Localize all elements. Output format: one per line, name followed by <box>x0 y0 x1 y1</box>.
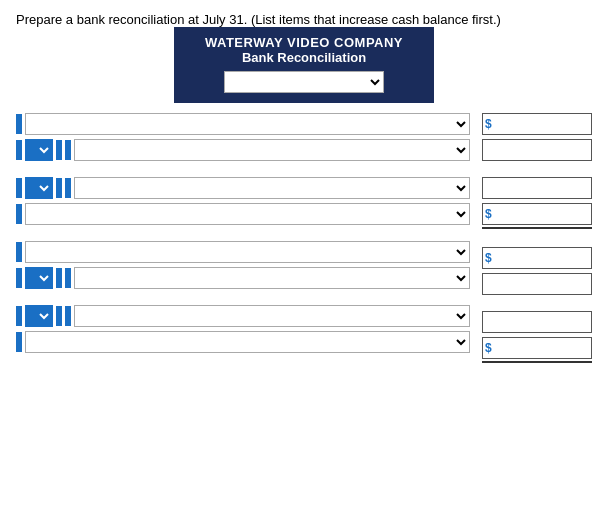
spacer-3 <box>16 293 470 301</box>
row-1 <box>16 113 470 135</box>
divider-1 <box>482 227 592 229</box>
indicator-7c <box>65 306 71 326</box>
amount-wrapper-5: $ <box>482 247 592 269</box>
row-8 <box>16 331 470 353</box>
row-7 <box>16 305 470 327</box>
indicator-8 <box>16 332 22 352</box>
dropdown-8[interactable] <box>25 331 470 353</box>
instruction-main: Prepare a bank reconciliation at July 31… <box>16 12 247 27</box>
indicator-3b <box>56 178 62 198</box>
amount-input-7[interactable] <box>482 311 592 333</box>
amount-input-6[interactable] <box>482 273 592 295</box>
spacer-2 <box>16 229 470 237</box>
indicator-2c <box>65 140 71 160</box>
divider-2 <box>482 361 592 363</box>
dropdown-1[interactable] <box>25 113 470 135</box>
left-column <box>16 113 470 365</box>
dropdown-3-sm[interactable] <box>25 177 53 199</box>
header-dropdown[interactable] <box>224 71 384 93</box>
indicator-6c <box>65 268 71 288</box>
amount-wrapper-2 <box>482 139 592 161</box>
amount-dollar-wrapper-4: $ <box>482 203 592 225</box>
row-3 <box>16 177 470 199</box>
amount-wrapper-4: $ <box>482 203 592 231</box>
indicator-5 <box>16 242 22 262</box>
dropdown-5[interactable] <box>25 241 470 263</box>
dropdown-2-main[interactable] <box>74 139 470 161</box>
instruction-highlight: (List items that increase cash balance f… <box>251 12 501 27</box>
row-2 <box>16 139 470 161</box>
right-column: $ $ $ <box>482 113 592 365</box>
indicator-2 <box>16 140 22 160</box>
amount-input-2[interactable] <box>482 139 592 161</box>
dropdown-6-sm[interactable] <box>25 267 53 289</box>
instructions-text: Prepare a bank reconciliation at July 31… <box>16 12 592 27</box>
company-name: WATERWAY VIDEO COMPANY <box>186 35 422 50</box>
amount-wrapper-7 <box>482 311 592 333</box>
amount-wrapper-3 <box>482 177 592 199</box>
amount-input-3[interactable] <box>482 177 592 199</box>
amount-input-1[interactable] <box>482 113 592 135</box>
indicator-2b <box>56 140 62 160</box>
dropdown-2-sm[interactable] <box>25 139 53 161</box>
header-box: WATERWAY VIDEO COMPANY Bank Reconciliati… <box>174 27 434 103</box>
row-6 <box>16 267 470 289</box>
amount-wrapper-6 <box>482 273 592 295</box>
amount-dollar-wrapper-8: $ <box>482 337 592 359</box>
indicator-7b <box>56 306 62 326</box>
indicator-3c <box>65 178 71 198</box>
right-spacer-2 <box>482 235 592 243</box>
dropdown-6-main[interactable] <box>74 267 470 289</box>
dropdown-7-sm[interactable] <box>25 305 53 327</box>
indicator-4 <box>16 204 22 224</box>
amount-input-5[interactable] <box>482 247 592 269</box>
indicator-6b <box>56 268 62 288</box>
right-spacer-1 <box>482 165 592 173</box>
amount-wrapper-8: $ <box>482 337 592 365</box>
amount-input-4[interactable] <box>482 203 592 225</box>
spacer-1 <box>16 165 470 173</box>
doc-title: Bank Reconciliation <box>186 50 422 65</box>
indicator-6 <box>16 268 22 288</box>
indicator-7 <box>16 306 22 326</box>
amount-input-8[interactable] <box>482 337 592 359</box>
indicator-3 <box>16 178 22 198</box>
amount-wrapper-1: $ <box>482 113 592 135</box>
main-content: $ $ $ <box>16 113 592 365</box>
dropdown-4[interactable] <box>25 203 470 225</box>
dropdown-3-main[interactable] <box>74 177 470 199</box>
dropdown-7-main[interactable] <box>74 305 470 327</box>
indicator-1 <box>16 114 22 134</box>
row-5 <box>16 241 470 263</box>
row-4 <box>16 203 470 225</box>
right-spacer-3 <box>482 299 592 307</box>
